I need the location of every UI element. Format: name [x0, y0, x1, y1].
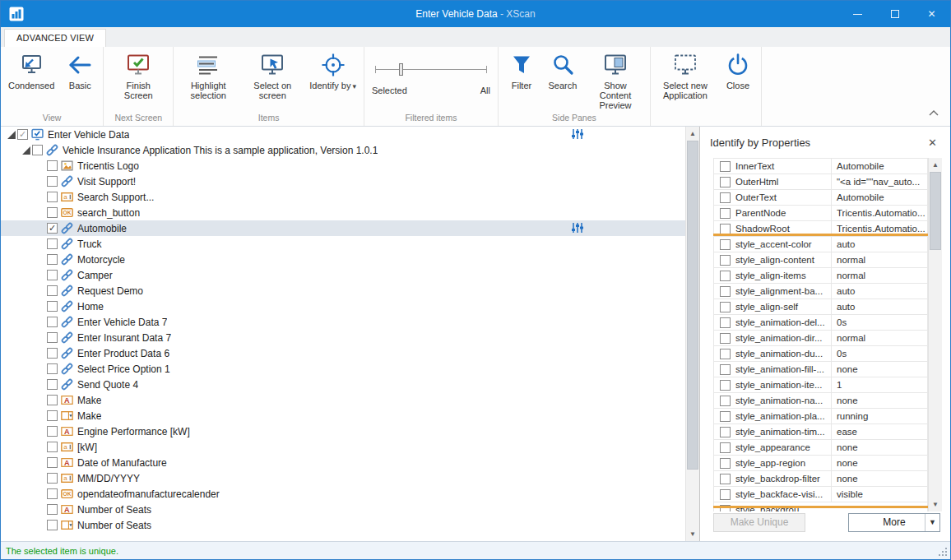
- expander-expanded-icon[interactable]: [21, 145, 32, 156]
- checkbox[interactable]: [47, 520, 58, 530]
- property-row[interactable]: style_animation-na...none: [714, 393, 927, 409]
- select-on-screen-button[interactable]: Select on screen: [240, 48, 304, 113]
- slider-thumb[interactable]: [399, 63, 403, 76]
- checkbox[interactable]: [720, 427, 731, 437]
- chevron-down-icon[interactable]: ▼: [925, 514, 939, 531]
- panel-close-button[interactable]: ✕: [925, 135, 940, 150]
- checkbox[interactable]: [720, 271, 731, 281]
- checkbox[interactable]: [720, 411, 731, 422]
- checkbox[interactable]: [720, 349, 731, 359]
- checkbox[interactable]: [720, 474, 731, 484]
- checkbox[interactable]: [47, 363, 58, 374]
- checkbox[interactable]: [720, 208, 731, 219]
- tree-row[interactable]: OKopendateofmanufacturecalender: [1, 486, 685, 502]
- checkbox[interactable]: [47, 379, 58, 390]
- property-row[interactable]: style_animation-pla...running: [714, 409, 927, 424]
- tree-row[interactable]: AEngine Performance [kW]: [1, 423, 685, 439]
- checkbox[interactable]: [47, 207, 58, 218]
- filter-sliders-icon[interactable]: [570, 128, 585, 140]
- scroll-up-icon[interactable]: ▲: [929, 158, 942, 172]
- checkbox[interactable]: [47, 410, 58, 421]
- checkbox[interactable]: [47, 488, 58, 499]
- tree-row[interactable]: aMM/DD/YYYY: [1, 470, 685, 486]
- filter-sliders-icon[interactable]: [570, 222, 585, 234]
- tree-row[interactable]: a[kW]: [1, 439, 685, 455]
- property-row[interactable]: style_align-contentnormal: [714, 252, 927, 268]
- checkbox[interactable]: [47, 317, 58, 327]
- tree-row[interactable]: Enter Insurant Data 7: [1, 330, 685, 345]
- checkbox[interactable]: [47, 457, 58, 468]
- scroll-down-icon[interactable]: ▼: [686, 527, 699, 541]
- property-row[interactable]: InnerTextAutomobile: [714, 159, 927, 174]
- tree-row[interactable]: Camper: [1, 267, 685, 283]
- scrollbar-thumb[interactable]: [930, 172, 941, 250]
- property-row[interactable]: OuterTextAutomobile: [714, 190, 927, 206]
- checkbox[interactable]: [720, 177, 731, 187]
- property-row[interactable]: style_animation-fill-...none: [714, 362, 927, 377]
- checkbox[interactable]: [47, 473, 58, 484]
- more-button[interactable]: More ▼: [848, 513, 940, 532]
- checkbox[interactable]: [720, 161, 731, 172]
- close-button[interactable]: ✕: [913, 1, 950, 27]
- checkbox[interactable]: [47, 285, 58, 296]
- checkbox[interactable]: [720, 489, 731, 500]
- tree-row[interactable]: AMake: [1, 392, 685, 408]
- scrollbar-thumb[interactable]: [687, 141, 698, 470]
- property-row[interactable]: OuterHtml"<a id=""nav_auto...: [714, 174, 927, 190]
- resize-grip-icon[interactable]: [938, 547, 949, 558]
- checkbox[interactable]: [47, 504, 58, 515]
- property-row[interactable]: style_backface-visi...visible: [714, 487, 927, 502]
- condensed-button[interactable]: Condensed: [3, 48, 59, 113]
- property-row[interactable]: style_backdrop-filternone: [714, 471, 927, 487]
- tree-row[interactable]: Vehicle Insurance Application This is a …: [1, 142, 685, 158]
- property-row[interactable]: style_app-regionnone: [714, 456, 927, 471]
- identify-by-button[interactable]: Identify by▾: [304, 48, 361, 113]
- checkbox[interactable]: [47, 332, 58, 343]
- filter-button[interactable]: Filter: [501, 48, 542, 113]
- basic-button[interactable]: Basic: [59, 48, 100, 113]
- checkbox[interactable]: [720, 224, 731, 234]
- property-row[interactable]: style_animation-ite...1: [714, 377, 927, 393]
- slider-track[interactable]: [375, 69, 487, 70]
- property-row[interactable]: style_animation-du...0s: [714, 346, 927, 362]
- property-row[interactable]: style_align-itemsnormal: [714, 268, 927, 284]
- tree-row[interactable]: Enter Vehicle Data 7: [1, 314, 685, 330]
- expander-expanded-icon[interactable]: [6, 129, 17, 141]
- scroll-up-icon[interactable]: ▲: [686, 127, 699, 141]
- checkbox[interactable]: [47, 301, 58, 312]
- tab-advanced-view[interactable]: ADVANCED VIEW: [4, 29, 106, 47]
- select-new-application-button[interactable]: Select new Application: [653, 48, 717, 113]
- tree-row[interactable]: Tricentis Logo: [1, 158, 685, 174]
- tree-row[interactable]: Home: [1, 299, 685, 314]
- property-row[interactable]: ShadowRootTricentis.Automatio...: [714, 221, 927, 237]
- search-button[interactable]: Search: [542, 48, 583, 113]
- checkbox[interactable]: [47, 238, 58, 249]
- checkbox[interactable]: [47, 348, 58, 359]
- checkbox[interactable]: [720, 286, 731, 297]
- checkbox[interactable]: [720, 505, 731, 511]
- property-row[interactable]: style_accent-colorauto: [714, 237, 927, 252]
- checkbox[interactable]: [47, 442, 58, 452]
- property-row[interactable]: style_animation-tim...ease: [714, 424, 927, 440]
- finish-screen-button[interactable]: Finish Screen: [106, 48, 170, 113]
- checkbox[interactable]: [47, 160, 58, 171]
- checkbox[interactable]: [720, 458, 731, 469]
- tree-row[interactable]: ADate of Manufacture: [1, 455, 685, 470]
- checkbox[interactable]: [720, 255, 731, 266]
- make-unique-button[interactable]: Make Unique: [713, 513, 805, 532]
- property-row[interactable]: style_align-selfauto: [714, 299, 927, 315]
- tree-row[interactable]: Request Demo: [1, 283, 685, 299]
- show-content-preview-button[interactable]: Show Content Preview: [583, 48, 647, 113]
- scroll-down-icon[interactable]: ▼: [929, 498, 942, 511]
- checkbox[interactable]: ✓: [47, 223, 58, 234]
- checkbox[interactable]: ✓: [17, 129, 28, 140]
- checkbox[interactable]: [720, 192, 731, 203]
- checkbox[interactable]: [47, 192, 58, 202]
- tree-row[interactable]: aSearch Support...: [1, 189, 685, 205]
- checkbox[interactable]: [47, 254, 58, 265]
- property-row[interactable]: ParentNodeTricentis.Automatio...: [714, 206, 927, 221]
- checkbox[interactable]: [720, 396, 731, 406]
- tree-row[interactable]: Number of Seats: [1, 517, 685, 533]
- tree-row[interactable]: ✓Automobile: [1, 220, 685, 236]
- property-row[interactable]: style_animation-del...0s: [714, 315, 927, 331]
